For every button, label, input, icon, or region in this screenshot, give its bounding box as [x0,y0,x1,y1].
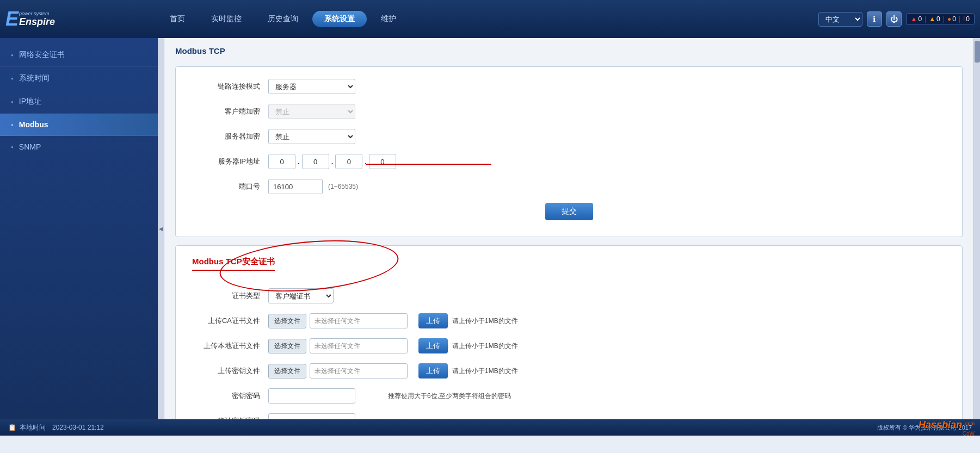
ip-input-group: . . . [268,154,396,169]
port-row: 端口号 (1~65535) [192,178,946,195]
confirm-password-label: 确认密钥密码 [192,416,268,419]
server-ip-row: 服务器IP地址 . . . [192,153,946,170]
port-input[interactable] [268,179,323,194]
scroll-thumb[interactable] [975,41,980,63]
link-mode-select[interactable]: 服务器 客户端 [268,79,355,94]
logo-text: E [5,8,18,30]
sidebar-item-snmp[interactable]: SNMP [0,136,158,158]
server-ip-label: 服务器IP地址 [192,157,268,166]
cert-type-select[interactable]: 客户端证书 服务器证书 [268,288,334,303]
tab-maintenance[interactable]: 维护 [369,11,408,27]
key-password-hint: 推荐使用大于6位,至少两类字符组合的密码 [388,392,511,401]
key-cert-filename: 未选择任何文件 [310,363,408,378]
info-button[interactable]: ℹ [867,11,882,27]
ca-cert-choose-btn[interactable]: 选择文件 [268,314,306,328]
server-encrypt-row: 服务器加密 禁止 启用 [192,128,946,145]
nav-tabs: 首页 实时监控 历史查询 系统设置 维护 [158,11,408,27]
local-cert-filename: 未选择任何文件 [310,338,408,353]
alarm-orange-count: 0 [952,15,956,23]
key-cert-upload-btn[interactable]: 上传 [418,363,448,378]
brand-watermark: Hassbian [919,419,962,430]
header-right: 中文 English ℹ ⏻ ▲ 0 | ▲ 0 | ● 0 | ! 0 [818,11,975,27]
ca-cert-label: 上传CA证书文件 [192,316,268,326]
logo-brand: Enspire [19,16,55,28]
local-cert-row: 上传本地证书文件 选择文件 未选择任何文件 上传 请上传小于1MB的文件 [192,337,946,355]
key-password-row: 密钥密码 推荐使用大于6位,至少两类字符组合的密码 [192,387,946,405]
footer: 📋 本地时间 2023-03-01 21:12 版权所有 © 华为技术有限公司 … [0,419,980,436]
key-cert-label: 上传密钥文件 [192,366,268,376]
ip-octet-2[interactable] [302,154,329,169]
sidebar-collapse-handle[interactable]: ◀ [158,38,164,419]
cert-form-section: Modbus TCP安全证书 证书类型 客户端证书 服务器证书 上传CA证书文件… [175,245,963,419]
client-encrypt-label: 客户端加密 [192,107,268,116]
port-hint: (1~65535) [328,183,358,190]
tab-history[interactable]: 历史查询 [256,11,310,27]
modbus-tcp-form: 链路连接模式 服务器 客户端 客户端加密 禁止 服务器加密 禁止 启用 [175,66,963,237]
ip-octet-4[interactable] [369,154,396,169]
sidebar-item-network-cert[interactable]: 网络安全证书 [0,44,158,67]
sidebar-item-modbus[interactable]: Modbus [0,114,158,136]
key-password-label: 密钥密码 [192,391,268,401]
header: E power system Enspire 首页 实时监控 历史查询 系统设置… [0,0,980,38]
brand-watermark-area: Hassbian .com CoW [919,419,975,437]
ca-cert-upload-btn[interactable]: 上传 [418,313,448,328]
confirm-password-row: 确认密钥密码 [192,412,946,419]
cert-type-row: 证书类型 客户端证书 服务器证书 [192,287,946,305]
local-cert-choose-btn[interactable]: 选择文件 [268,339,306,353]
local-time-value: 2023-03-01 21:12 [52,424,104,431]
key-cert-row: 上传密钥文件 选择文件 未选择任何文件 上传 请上传小于1MB的文件 [192,362,946,380]
language-select[interactable]: 中文 English [818,12,862,27]
client-encrypt-select[interactable]: 禁止 [268,104,355,119]
ca-cert-upload-hint: 请上传小于1MB的文件 [452,317,518,326]
link-mode-label: 链路连接模式 [192,82,268,91]
client-encrypt-row: 客户端加密 禁止 [192,103,946,120]
key-cert-choose-btn[interactable]: 选择文件 [268,364,306,378]
tab-realtime[interactable]: 实时监控 [199,11,254,27]
sidebar-item-ip[interactable]: IP地址 [0,90,158,114]
sidebar: 网络安全证书 系统时间 IP地址 Modbus SNMP [0,38,158,419]
link-mode-row: 链路连接模式 服务器 客户端 [192,78,946,95]
sidebar-item-system-time[interactable]: 系统时间 [0,67,158,90]
logout-button[interactable]: ⏻ [886,11,902,27]
server-encrypt-select[interactable]: 禁止 启用 [268,129,355,144]
local-cert-upload-btn[interactable]: 上传 [418,338,448,353]
key-password-input[interactable] [268,388,355,404]
logo-area: E power system Enspire [5,8,125,30]
modbus-tcp-title: Modbus TCP [175,46,963,58]
cert-section-title: Modbus TCP安全证书 [192,257,275,271]
tab-settings[interactable]: 系统设置 [312,11,367,27]
alarm-yellow-count: 0 [936,15,940,23]
ca-cert-row: 上传CA证书文件 选择文件 未选择任何文件 上传 请上传小于1MB的文件 [192,312,946,330]
local-cert-upload-hint: 请上传小于1MB的文件 [452,342,518,351]
local-time-label: 本地时间 [20,423,46,432]
alarm-bar: ▲ 0 | ▲ 0 | ● 0 | ! 0 [906,13,975,25]
cert-type-label: 证书类型 [192,291,268,301]
content-area: Modbus TCP 链路连接模式 服务器 客户端 客户端加密 禁止 服务器加密 [164,38,973,419]
logo-power: power system [19,11,55,16]
key-cert-upload-hint: 请上传小于1MB的文件 [452,367,518,376]
tab-home[interactable]: 首页 [158,11,197,27]
ip-octet-1[interactable] [268,154,295,169]
local-cert-label: 上传本地证书文件 [192,341,268,351]
alarm-red2-count: 0 [966,15,970,23]
server-encrypt-label: 服务器加密 [192,132,268,141]
ip-octet-3[interactable] [335,154,362,169]
main-layout: 网络安全证书 系统时间 IP地址 Modbus SNMP ◀ Modbus TC… [0,38,980,419]
alarm-red-count: 0 [918,15,922,23]
port-label: 端口号 [192,182,268,191]
brand-sub: CoW [919,431,975,437]
scrollbar[interactable] [973,38,980,419]
confirm-password-input[interactable] [268,413,355,419]
modbus-tcp-submit[interactable]: 提交 [545,203,593,220]
ca-cert-filename: 未选择任何文件 [310,313,408,328]
